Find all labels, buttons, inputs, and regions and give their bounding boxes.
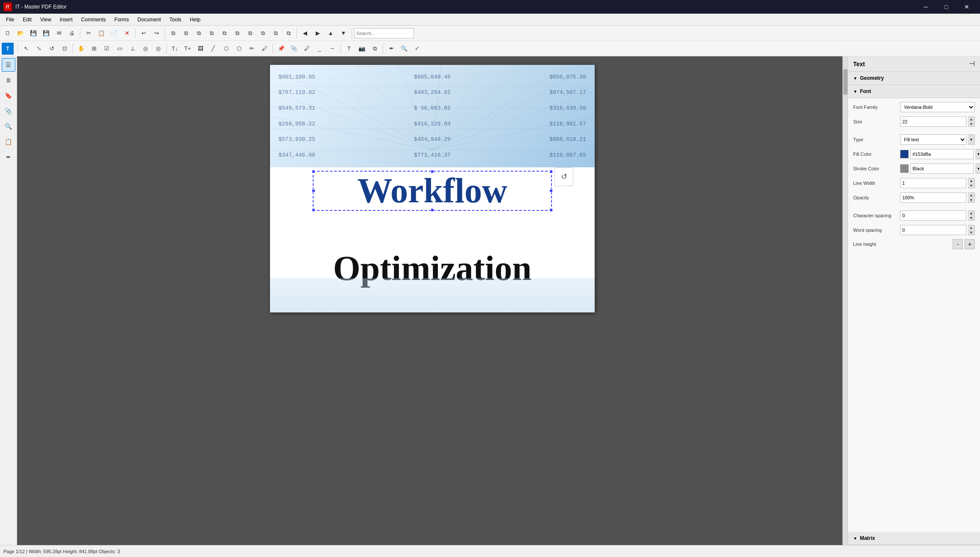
font-family-select[interactable]: Verdana-Bold (900, 102, 975, 112)
line-width-spinner[interactable]: ▲ ▼ (968, 178, 975, 188)
annot-tool[interactable]: 📌 (275, 43, 287, 55)
menu-comments[interactable]: Comments (77, 15, 110, 24)
sidebar-btn-signatures[interactable]: ✒ (2, 150, 15, 164)
pages-tool[interactable]: ⧉ (369, 43, 381, 55)
bezier-tool[interactable]: ⬡ (220, 43, 232, 55)
fill-color-input[interactable] (910, 149, 974, 159)
grid-tool[interactable]: ⊞ (88, 43, 100, 55)
search-input[interactable] (354, 28, 414, 38)
rect-tool[interactable]: ▭ (114, 43, 126, 55)
tool5[interactable]: ⧉ (218, 27, 230, 39)
underline-tool[interactable]: _ (314, 43, 326, 55)
sign-tool[interactable]: ✒ (385, 43, 397, 55)
opacity-spinner[interactable]: ▲ ▼ (968, 192, 975, 203)
minimize-button[interactable]: ─ (916, 0, 936, 14)
open-button[interactable]: 📂 (15, 27, 26, 39)
select-tool[interactable]: ↖ (20, 43, 32, 55)
cut-button[interactable]: ✂ (82, 27, 94, 39)
sidebar-btn-layers[interactable]: 🗎 (2, 73, 15, 87)
pan-tool[interactable]: ✋ (75, 43, 87, 55)
close-button[interactable]: ✕ (957, 0, 977, 14)
crop-tool[interactable]: ⊡ (59, 43, 70, 55)
text-add-tool[interactable]: T+ (182, 43, 194, 55)
handle-tl[interactable] (312, 170, 315, 173)
fill-color-swatch[interactable] (900, 150, 909, 158)
stroke-color-swatch[interactable] (900, 164, 909, 173)
copy-button[interactable]: 📋 (95, 27, 107, 39)
handle-bm[interactable] (431, 208, 434, 212)
canvas-scroll[interactable]: $901,100.05 $605,049.45 $050,075.30 $767… (17, 56, 848, 545)
line-tool[interactable]: ╱ (207, 43, 219, 55)
menu-file[interactable]: File (2, 15, 18, 24)
sidebar-btn-pages[interactable]: ☰ (2, 58, 15, 72)
menu-document[interactable]: Document (133, 15, 165, 24)
redo-button[interactable]: ↪ (150, 27, 162, 39)
ws-up[interactable]: ▲ (968, 225, 974, 230)
pencil-tool[interactable]: ✏ (246, 43, 258, 55)
nav-next[interactable]: ▶ (312, 27, 324, 39)
menu-edit[interactable]: Edit (18, 15, 36, 24)
save-button[interactable]: 💾 (27, 27, 39, 39)
cs-down[interactable]: ▼ (968, 216, 974, 220)
rotate-handle[interactable]: ↺ (555, 167, 573, 186)
menu-view[interactable]: View (36, 15, 56, 24)
tool7[interactable]: ⧉ (244, 27, 256, 39)
handle-ml[interactable] (312, 189, 315, 192)
char-spacing-spinner[interactable]: ▲ ▼ (968, 210, 975, 221)
vertical-scrollbar[interactable] (842, 56, 848, 545)
undo-button[interactable]: ↩ (138, 27, 150, 39)
delete-button[interactable]: ✕ (121, 27, 133, 39)
word-spacing-spinner[interactable]: ▲ ▼ (968, 225, 975, 235)
tool2[interactable]: ⧉ (180, 27, 192, 39)
zoom-tool[interactable]: 🔍 (398, 43, 410, 55)
resize-tool[interactable]: ⤡ (33, 43, 45, 55)
handle-tm[interactable] (431, 170, 434, 173)
size-input[interactable] (900, 117, 966, 127)
rotate-tool[interactable]: ↺ (46, 43, 58, 55)
maximize-button[interactable]: □ (936, 0, 956, 14)
handle-bl[interactable] (312, 208, 315, 212)
line-height-plus[interactable]: + (965, 239, 975, 249)
line-width-input[interactable] (900, 178, 966, 188)
opacity-down[interactable]: ▼ (968, 198, 974, 202)
nav-up[interactable]: ▲ (325, 27, 337, 39)
panel-pin-button[interactable]: ⊣ (969, 60, 975, 68)
tool3[interactable]: ⧉ (193, 27, 205, 39)
snapshot-tool[interactable]: 📷 (356, 43, 368, 55)
stroke-color-dropdown[interactable]: ▼ (975, 163, 980, 174)
line-height-minus[interactable]: - (953, 239, 963, 249)
sidebar-btn-bookmarks[interactable]: 🔖 (2, 89, 15, 102)
eraser-tool[interactable]: 🖊 (258, 43, 270, 55)
tool8[interactable]: ⧉ (257, 27, 269, 39)
size-spinner[interactable]: ▲ ▼ (968, 117, 975, 127)
sidebar-btn-attachments[interactable]: 📎 (2, 104, 15, 118)
lw-up[interactable]: ▲ (968, 178, 974, 183)
paste-button[interactable]: 📄 (108, 27, 120, 39)
handle-mr[interactable] (549, 189, 553, 192)
new-button[interactable]: 🗋 (2, 27, 14, 39)
sidebar-btn-search[interactable]: 🔍 (2, 120, 15, 133)
menu-tools[interactable]: Tools (165, 15, 186, 24)
nav-dn[interactable]: ▼ (337, 27, 349, 39)
lw-down[interactable]: ▼ (968, 183, 974, 188)
circle-tool[interactable]: ◎ (139, 43, 151, 55)
tool6[interactable]: ⧉ (231, 27, 243, 39)
char-spacing-input[interactable] (900, 210, 966, 221)
fill-color-dropdown[interactable]: ▼ (975, 149, 980, 159)
size-down[interactable]: ▼ (968, 122, 974, 126)
radio-tool[interactable]: ◎ (152, 43, 164, 55)
word-spacing-input[interactable] (900, 225, 966, 235)
check-tool[interactable]: ☑ (101, 43, 113, 55)
email-button[interactable]: ✉ (53, 27, 65, 39)
handle-tr[interactable] (549, 170, 553, 173)
validate-tool[interactable]: ✓ (411, 43, 423, 55)
size-up[interactable]: ▲ (968, 117, 974, 122)
menu-forms[interactable]: Forms (110, 15, 133, 24)
workflow-text-box[interactable]: ↺ Workflow (313, 171, 552, 211)
text-flow-tool[interactable]: T↓ (169, 43, 181, 55)
attach-tool[interactable]: 📎 (288, 43, 300, 55)
sidebar-btn-content[interactable]: 📋 (2, 135, 15, 149)
type-select[interactable]: Fill text (900, 134, 966, 145)
cs-up[interactable]: ▲ (968, 211, 974, 216)
canvas-area[interactable]: $901,100.05 $605,049.45 $050,075.30 $767… (17, 56, 848, 545)
